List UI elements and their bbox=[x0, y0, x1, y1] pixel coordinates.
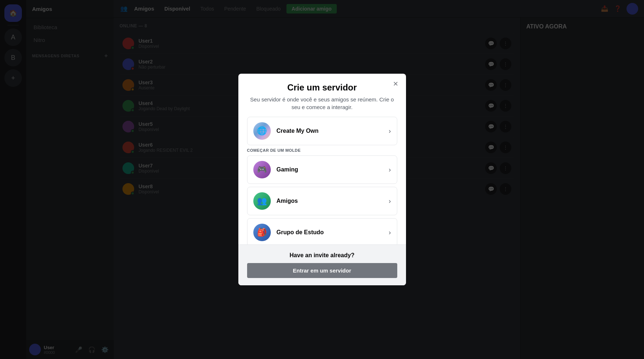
modal-close-button[interactable]: ✕ bbox=[391, 80, 400, 88]
gaming-template-option[interactable]: Gaming › bbox=[247, 155, 397, 184]
study-template-icon bbox=[253, 224, 271, 241]
gaming-template-icon bbox=[253, 161, 271, 178]
modal-title: Crie um servidor bbox=[247, 82, 397, 93]
modal-overlay[interactable]: ✕ Crie um servidor Seu servidor é onde v… bbox=[0, 0, 644, 359]
friends-template-option[interactable]: Amigos › bbox=[247, 187, 397, 215]
friends-template-icon bbox=[253, 192, 271, 210]
create-own-chevron: › bbox=[389, 127, 391, 135]
join-server-button[interactable]: Entrar em um servidor bbox=[247, 263, 397, 278]
modal-body: Create My Own › COMEÇAR DE UM MOLDE Gami… bbox=[238, 111, 406, 244]
gaming-chevron: › bbox=[389, 166, 391, 174]
create-server-modal: ✕ Crie um servidor Seu servidor é onde v… bbox=[238, 74, 406, 285]
gaming-template-label: Gaming bbox=[277, 166, 389, 173]
study-chevron: › bbox=[389, 229, 391, 236]
modal-footer: Have an invite already? Entrar em um ser… bbox=[238, 244, 406, 285]
create-own-label: Create My Own bbox=[277, 128, 389, 134]
create-own-option[interactable]: Create My Own › bbox=[247, 117, 397, 145]
template-section-label: COMEÇAR DE UM MOLDE bbox=[247, 148, 397, 153]
friends-chevron: › bbox=[389, 197, 391, 205]
modal-subtitle: Seu servidor é onde você e seus amigos s… bbox=[247, 96, 397, 111]
modal-footer-text: Have an invite already? bbox=[247, 252, 397, 259]
study-template-option[interactable]: Grupo de Estudo › bbox=[247, 218, 397, 244]
study-template-label: Grupo de Estudo bbox=[277, 229, 389, 236]
modal-header: Crie um servidor Seu servidor é onde voc… bbox=[238, 74, 406, 111]
friends-template-label: Amigos bbox=[277, 198, 389, 204]
app-container: 🏠 A B + Amigos Biblioteca Nitro MENSAGEN… bbox=[0, 0, 644, 359]
create-own-icon bbox=[253, 122, 271, 140]
